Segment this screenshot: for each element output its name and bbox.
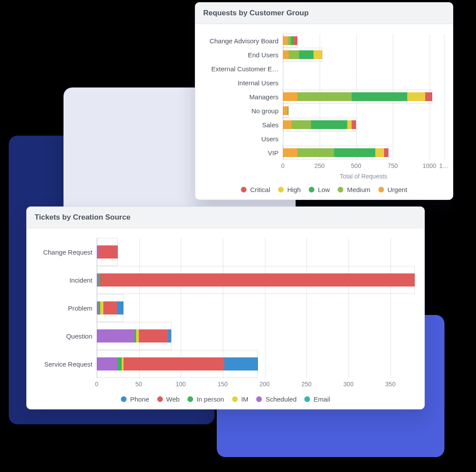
bar-segment-low xyxy=(334,148,375,157)
stacked-bar xyxy=(97,245,416,259)
bar-segment-web xyxy=(123,357,224,371)
bar-segment-scheduled xyxy=(97,329,134,343)
legend-swatch xyxy=(187,396,193,402)
category-label: External Customer E… xyxy=(204,65,283,73)
category-label: Incident xyxy=(35,276,97,284)
legend-swatch xyxy=(157,396,163,402)
legend-swatch xyxy=(241,187,247,192)
legend-swatch xyxy=(256,396,262,402)
legend-item-critical: Critical xyxy=(241,186,270,193)
card-title: Tickets by Creation Source xyxy=(27,207,424,228)
chart-row: Change Advisory Board xyxy=(204,34,444,48)
category-label: No group xyxy=(204,107,283,115)
legend-item-medium: Medium xyxy=(338,186,370,193)
bar-segment-im xyxy=(100,301,104,315)
bar-segment-low xyxy=(299,50,314,59)
category-label: VIP xyxy=(204,149,283,157)
legend-label: Phone xyxy=(130,395,149,403)
chart-row: No group xyxy=(204,104,444,118)
bar-segment-medium xyxy=(288,36,291,45)
chart-row: Service Request xyxy=(35,350,416,378)
legend-label: In person xyxy=(197,395,224,403)
stacked-bar xyxy=(283,78,444,87)
chart-row: Sales xyxy=(204,118,444,132)
bar-segment-medium xyxy=(287,106,289,115)
card-title: Requests by Customer Group xyxy=(195,3,453,24)
bar-segment-medium xyxy=(289,50,299,59)
chart-legend: PhoneWebIn personIMScheduledEmail xyxy=(35,395,416,403)
stacked-bar xyxy=(283,148,444,157)
legend-label: Low xyxy=(318,186,330,193)
stacked-bar xyxy=(283,92,444,101)
legend-swatch xyxy=(309,187,314,192)
bar-segment-urgent xyxy=(283,50,289,59)
category-label: Managers xyxy=(204,93,283,101)
bar-segment-high xyxy=(407,92,425,101)
stacked-bar xyxy=(97,329,416,343)
legend-item-web: Web xyxy=(157,395,180,403)
category-label: Change Request xyxy=(35,248,97,256)
x-tick-label: 350 xyxy=(385,381,395,388)
x-tick-label: 250 xyxy=(301,381,311,388)
bar-segment-scheduled xyxy=(97,357,118,371)
bar-segment-web xyxy=(103,301,117,315)
bar-segment-web xyxy=(100,273,415,287)
bar-segment-web xyxy=(139,329,168,343)
gridline xyxy=(444,34,444,160)
bar-segment-medium xyxy=(297,148,334,157)
chart-row: End Users xyxy=(204,48,444,62)
chart-customer-group: Change Advisory BoardEnd UsersExternal C… xyxy=(204,34,444,180)
category-label: End Users xyxy=(204,51,283,59)
bar-segment-high xyxy=(375,148,384,157)
x-tick-label: 1000 xyxy=(423,162,436,169)
x-axis-title: Total of Requests xyxy=(283,173,444,180)
legend-label: Urgent xyxy=(388,186,407,193)
stacked-bar xyxy=(283,120,444,129)
legend-item-low: Low xyxy=(309,186,330,193)
chart-row: Incident xyxy=(35,266,416,294)
x-tick-label: 150 xyxy=(218,381,228,388)
legend-label: Email xyxy=(314,395,330,403)
legend-swatch xyxy=(278,187,284,192)
stacked-bar xyxy=(97,273,416,287)
x-tick-label: 250 xyxy=(314,162,324,169)
stacked-bar xyxy=(97,357,416,371)
bar-segment-urgent xyxy=(283,106,287,115)
bar-segment-critical xyxy=(384,148,388,157)
card-requests-by-customer-group: Requests by Customer Group Change Adviso… xyxy=(195,2,453,200)
chart-row: VIP xyxy=(204,146,444,160)
bar-segment-low xyxy=(291,36,294,45)
chart-row: Question xyxy=(35,322,416,350)
legend-item-in_person: In person xyxy=(187,395,224,403)
bar-segment-high xyxy=(347,120,352,129)
bar-segment-low xyxy=(311,120,348,129)
category-label: Change Advisory Board xyxy=(204,37,283,45)
x-tick-label: 750 xyxy=(388,162,398,169)
legend-swatch xyxy=(338,187,343,192)
x-tick-label: 100 xyxy=(176,381,186,388)
stacked-bar xyxy=(283,106,444,115)
bar-segment-phone xyxy=(168,329,172,343)
legend-label: IM xyxy=(241,395,249,403)
bar-segment-low xyxy=(352,92,407,101)
x-tick-label: 500 xyxy=(351,162,361,169)
x-tick-label: 0 xyxy=(281,162,285,169)
bar-segment-urgent xyxy=(283,148,297,157)
legend-swatch xyxy=(378,187,384,192)
bar-segment-medium xyxy=(292,120,310,129)
legend-item-email: Email xyxy=(304,395,330,403)
legend-swatch xyxy=(121,396,127,402)
category-label: Problem xyxy=(35,304,97,312)
category-label: Internal Users xyxy=(204,79,283,87)
bar-segment-urgent xyxy=(283,120,292,129)
bar-segment-medium xyxy=(297,92,352,101)
legend-item-high: High xyxy=(278,186,301,193)
card-tickets-by-creation-source: Tickets by Creation Source Change Reques… xyxy=(26,206,425,409)
bar-segment-critical xyxy=(294,36,297,45)
chart-legend: CriticalHighLowMediumUrgent xyxy=(204,186,444,193)
bar-segment-high xyxy=(314,50,322,59)
stacked-bar xyxy=(283,64,444,73)
legend-label: Medium xyxy=(347,186,370,193)
x-tick-label: 300 xyxy=(343,381,353,388)
chart-row: Users xyxy=(204,132,444,146)
